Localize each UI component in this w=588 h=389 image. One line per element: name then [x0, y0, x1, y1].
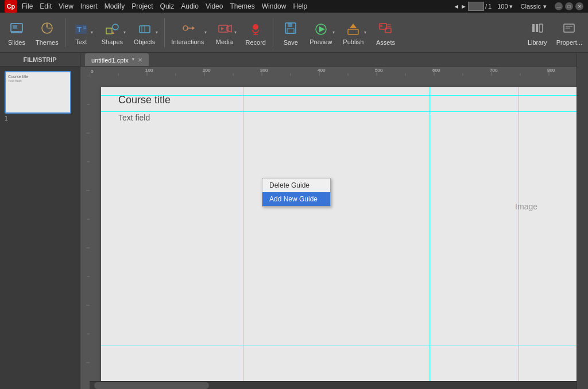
filmstrip-slide-num-1: 1	[5, 115, 75, 122]
title-bar-right: ◄ ► 1 / 1 100 ▾ Classic ▾ — □ ✕	[453, 2, 583, 11]
right-panel	[577, 53, 588, 389]
slide-image-label: Image	[515, 202, 537, 211]
interactions-dropdown-arrow-icon[interactable]: ▾	[204, 30, 207, 35]
svg-marker-27	[319, 26, 325, 32]
menu-audio[interactable]: Audio	[181, 2, 199, 10]
ruler-left-svg: 100 200 300 400 500	[80, 76, 90, 389]
menu-modify[interactable]: Modify	[105, 2, 125, 10]
theme-selector: Classic ▾	[521, 3, 547, 10]
toolbar-right: Library Propert...	[523, 15, 586, 50]
record-label: Record	[246, 39, 266, 46]
ruler-left: 100 200 300 400 500	[80, 76, 90, 381]
toolbar-assets[interactable]: Assets	[371, 15, 400, 50]
svg-marker-16	[192, 26, 195, 30]
toolbar-interactions[interactable]: Interactions ▾	[168, 15, 210, 50]
tab-close-icon[interactable]: ✕	[138, 57, 142, 63]
svg-point-14	[183, 26, 188, 30]
menu-quiz[interactable]: Quiz	[160, 2, 175, 10]
toolbar-slides[interactable]: Slides	[2, 15, 31, 50]
menu-insert[interactable]: Insert	[80, 2, 98, 10]
svg-rect-31	[380, 25, 382, 27]
svg-text:300: 300	[260, 68, 268, 73]
toolbar-save[interactable]: Save	[276, 15, 305, 50]
svg-text:400: 400	[318, 68, 326, 73]
current-page-input[interactable]: 1	[468, 2, 484, 11]
close-button[interactable]: ✕	[575, 2, 583, 10]
zoom-dropdown-arrow-icon[interactable]: ▾	[509, 3, 513, 10]
record-icon	[246, 19, 265, 37]
menu-help[interactable]: Help	[293, 2, 307, 10]
library-icon	[528, 19, 547, 37]
nav-arrow-left-icon[interactable]: ◄	[453, 3, 459, 10]
horizontal-scrollbar-thumb[interactable]	[94, 382, 209, 389]
text-icon: T	[72, 20, 90, 38]
svg-text:200: 200	[203, 68, 211, 73]
guide-h-3	[101, 345, 577, 345]
toolbar-media[interactable]: Media ▾	[211, 15, 240, 50]
svg-rect-35	[532, 24, 535, 32]
save-label: Save	[284, 39, 298, 46]
window-controls: — □ ✕	[555, 2, 583, 10]
svg-text:800: 800	[547, 68, 555, 73]
menu-file[interactable]: File	[22, 2, 33, 10]
objects-label: Objects	[134, 38, 155, 45]
context-menu-delete-guide[interactable]: Delete Guide	[262, 178, 330, 192]
filmstrip-slide-mini-title: Course title	[8, 75, 28, 79]
svg-marker-29	[350, 24, 357, 28]
filmstrip-slide-1-thumb: Course title Text field	[6, 72, 70, 112]
svg-text:700: 700	[490, 68, 498, 73]
ruler-top: 0 100 200 300 400 500 600	[90, 67, 577, 76]
minimize-button[interactable]: —	[555, 2, 563, 10]
filmstrip-slide-1[interactable]: Course title Text field	[5, 71, 71, 114]
tab-label: untitled1.cptx	[91, 57, 129, 64]
preview-dropdown-arrow-icon[interactable]: ▾	[332, 30, 335, 35]
media-icon	[215, 20, 234, 38]
menu-edit[interactable]: Edit	[40, 2, 52, 10]
properties-label: Propert...	[556, 39, 582, 46]
guide-v-3	[519, 87, 519, 381]
menu-project[interactable]: Project	[131, 2, 153, 10]
properties-icon	[560, 19, 578, 37]
menu-video[interactable]: Video	[206, 2, 223, 10]
toolbar-text[interactable]: T Text ▾	[68, 15, 97, 50]
filmstrip-header: FILMSTRIP	[0, 53, 80, 67]
slides-icon	[7, 19, 26, 37]
theme-dropdown-arrow-icon[interactable]: ▾	[543, 3, 547, 10]
toolbar-shapes[interactable]: Shapes ▾	[98, 15, 129, 50]
text-dropdown-arrow-icon[interactable]: ▾	[91, 30, 93, 35]
menu-bar: File Edit View Insert Modify Project Qui…	[22, 2, 307, 10]
context-menu-add-new-guide[interactable]: Add New Guide	[262, 192, 330, 206]
objects-dropdown-arrow-icon[interactable]: ▾	[156, 30, 158, 35]
menu-themes[interactable]: Themes	[230, 2, 254, 10]
publish-icon	[344, 20, 362, 38]
menu-view[interactable]: View	[59, 2, 74, 10]
toolbar-objects[interactable]: Objects ▾	[130, 15, 161, 50]
canvas-scroll-area[interactable]: Course title Text field Image Footer tex…	[90, 76, 577, 381]
svg-rect-1	[13, 25, 17, 29]
maximize-button[interactable]: □	[565, 2, 573, 10]
filmstrip-content: Course title Text field 1	[0, 67, 80, 389]
shapes-dropdown-arrow-icon[interactable]: ▾	[123, 30, 126, 35]
media-dropdown-arrow-icon[interactable]: ▾	[234, 30, 237, 35]
slide-title: Course title	[118, 94, 171, 106]
publish-dropdown-arrow-icon[interactable]: ▾	[364, 30, 366, 35]
toolbar-properties[interactable]: Propert...	[553, 15, 586, 50]
toolbar-record[interactable]: Record	[241, 15, 270, 50]
title-bar: Cp File Edit View Insert Modify Project …	[0, 0, 588, 13]
toolbar-preview[interactable]: Preview ▾	[306, 15, 338, 50]
horizontal-scrollbar[interactable]	[90, 381, 577, 389]
ruler-top-svg: 0 100 200 300 400 500 600	[90, 67, 577, 76]
publish-label: Publish	[343, 38, 363, 45]
shapes-label: Shapes	[102, 38, 123, 45]
toolbar-publish[interactable]: Publish ▾	[339, 15, 370, 50]
guide-h-1	[101, 95, 577, 96]
toolbar-themes[interactable]: Themes	[32, 15, 62, 50]
svg-rect-37	[539, 24, 543, 32]
assets-label: Assets	[376, 39, 395, 46]
menu-window[interactable]: Window	[262, 2, 287, 10]
tab-untitled1[interactable]: untitled1.cptx * ✕	[85, 53, 149, 66]
nav-arrow-right-icon[interactable]: ►	[461, 3, 467, 10]
svg-rect-25	[287, 29, 294, 33]
save-icon	[281, 19, 300, 37]
toolbar-library[interactable]: Library	[523, 15, 552, 50]
